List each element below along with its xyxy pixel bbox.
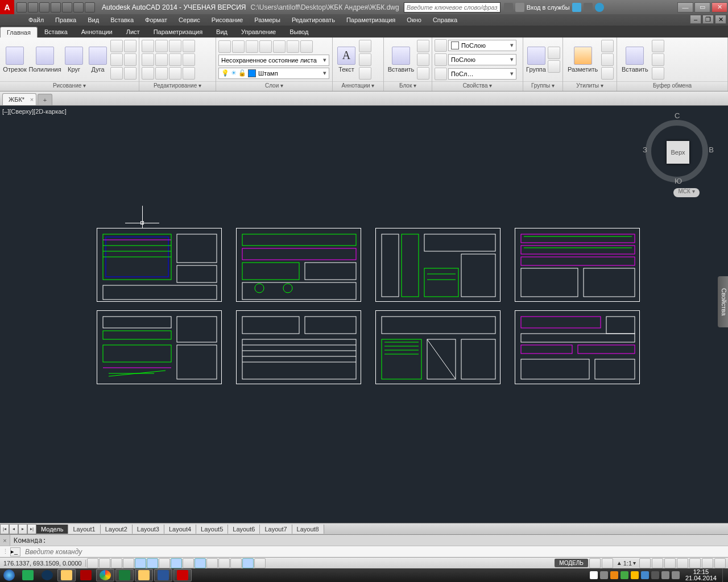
tab-parametric[interactable]: Параметризация [147, 26, 209, 38]
panel-props-title[interactable]: Свойства ▾ [432, 81, 523, 91]
sel-cycling-toggle[interactable] [242, 558, 254, 568]
task-word[interactable] [154, 569, 172, 581]
erase-icon[interactable] [183, 40, 195, 52]
coordinates-readout[interactable]: 176.1337, 693.1509, 0.0000 [0, 560, 86, 567]
layer-current-combo[interactable]: 💡☀🔓Штамп [218, 68, 329, 79]
match-props-icon[interactable] [435, 39, 447, 52]
dim-linear-icon[interactable] [359, 40, 371, 52]
insert-button[interactable]: Вставить [386, 45, 416, 74]
layer-off-icon[interactable] [232, 40, 245, 53]
anno-autoscale-icon[interactable] [652, 558, 663, 568]
polyline-button[interactable]: Полилиния [28, 45, 61, 74]
osnap-toggle[interactable] [147, 558, 158, 568]
select-all-icon[interactable] [601, 40, 614, 52]
panel-modify-title[interactable]: Редактирование ▾ [139, 81, 216, 91]
doc-minimize-button[interactable]: – [690, 15, 701, 24]
leader-icon[interactable] [359, 53, 371, 66]
text-button[interactable]: AТекст [335, 45, 358, 74]
close-button[interactable]: ✕ [712, 2, 727, 13]
task-excel[interactable] [115, 569, 134, 581]
lwt-toggle[interactable] [206, 558, 218, 568]
task-chrome[interactable] [96, 569, 114, 581]
qat-open-icon[interactable] [28, 2, 38, 13]
line-button[interactable]: Отрезок [2, 45, 27, 74]
layer-freeze-icon[interactable] [246, 40, 258, 53]
viewcube-top[interactable]: Верх [667, 141, 689, 164]
layout-tab[interactable]: Layout3 [133, 525, 164, 534]
infer-constraints-toggle[interactable] [87, 558, 98, 568]
tray-show-hidden-icon[interactable] [590, 571, 598, 579]
qp-toggle[interactable] [230, 558, 242, 568]
tray-volume-icon[interactable] [672, 571, 680, 579]
qat-print-icon[interactable] [62, 2, 72, 13]
menu-format[interactable]: Формат [139, 15, 173, 24]
task-autocad[interactable] [173, 569, 192, 581]
sheet-thumbnail[interactable] [375, 310, 500, 384]
rotate-icon[interactable] [155, 40, 168, 52]
scale-icon[interactable] [155, 67, 168, 80]
hatch-icon[interactable] [124, 40, 136, 52]
tab-home[interactable]: Главная [0, 27, 38, 38]
filetab-new-button[interactable]: + [38, 94, 52, 105]
spline-icon[interactable] [110, 53, 123, 66]
menu-draw[interactable]: Рисование [206, 15, 249, 24]
panel-annot-title[interactable]: Аннотации ▾ [333, 81, 383, 91]
layout-tab[interactable]: Layout5 [196, 525, 228, 534]
menu-help[interactable]: Справка [427, 15, 463, 24]
command-input[interactable] [23, 548, 728, 556]
layout-nav-next[interactable]: ▸ [18, 524, 27, 534]
dyn-input-toggle[interactable] [195, 558, 206, 568]
menu-parametric[interactable]: Параметризация [341, 15, 401, 24]
start-button[interactable] [0, 568, 18, 582]
doc-restore-button[interactable]: ❐ [702, 15, 714, 24]
tray-icon[interactable] [610, 571, 618, 579]
qat-new-icon[interactable] [16, 2, 27, 13]
menu-tools[interactable]: Сервис [173, 15, 206, 24]
menu-edit[interactable]: Правка [49, 15, 82, 24]
quick-view-layouts-icon[interactable] [589, 558, 601, 568]
qat-save-icon[interactable] [39, 2, 49, 13]
wcs-button[interactable]: МСК ▾ [673, 188, 700, 197]
signin-label[interactable]: Вход в службы [527, 4, 570, 11]
pasteblk-icon[interactable] [652, 67, 664, 80]
array-icon[interactable] [169, 67, 181, 80]
layer-lock-icon[interactable] [259, 40, 272, 53]
linetype-combo[interactable]: ПоСл… [448, 68, 516, 80]
grid-toggle[interactable] [111, 558, 122, 568]
ellipse-icon[interactable] [110, 67, 123, 80]
ungroup-icon[interactable] [548, 47, 560, 59]
copy-clip-icon[interactable] [652, 53, 664, 66]
search-icon[interactable] [504, 3, 513, 12]
layout-tab[interactable]: Layout6 [228, 525, 260, 534]
3dosnap-toggle[interactable] [159, 558, 170, 568]
offset-icon[interactable] [183, 67, 195, 80]
annotation-scale[interactable]: ▲ 1:1 ▾ [614, 560, 638, 567]
filetab-close-icon[interactable]: × [30, 96, 34, 103]
linetype-btn-icon[interactable] [435, 68, 447, 80]
cmdline-prompt-icon[interactable]: ▸_ [10, 547, 20, 556]
tab-manage[interactable]: Управление [234, 26, 283, 38]
workspace-switch-icon[interactable] [664, 558, 676, 568]
properties-palette-tab[interactable]: Свойства [718, 276, 728, 327]
sheet-thumbnail[interactable] [236, 228, 361, 302]
task-utorrent[interactable] [19, 569, 37, 581]
tab-insert[interactable]: Вставка [38, 26, 75, 38]
viewcube[interactable]: Верх С Ю З В [643, 111, 711, 180]
layout-nav-last[interactable]: ▸| [27, 524, 36, 534]
menu-modify[interactable]: Редактировать [286, 15, 341, 24]
task-app1[interactable] [38, 569, 56, 581]
stretch-icon[interactable] [142, 67, 154, 80]
measure-button[interactable]: Разметить [565, 45, 600, 74]
menu-window[interactable]: Окно [401, 15, 427, 24]
layer-state-combo[interactable]: Несохраненное состояние листа [218, 55, 329, 66]
circle-button[interactable]: Круг [63, 45, 85, 74]
quick-select-icon[interactable] [601, 53, 614, 66]
task-explorer[interactable] [57, 569, 76, 581]
doc-close-button[interactable]: ✕ [715, 15, 726, 24]
layer-props-icon[interactable] [218, 40, 231, 53]
layout-tab[interactable]: Layout2 [101, 525, 133, 534]
ducs-toggle[interactable] [183, 558, 194, 568]
maximize-button[interactable]: ▭ [694, 2, 710, 13]
tab-annotate[interactable]: Аннотации [75, 26, 119, 38]
app-logo[interactable]: A [0, 0, 14, 14]
